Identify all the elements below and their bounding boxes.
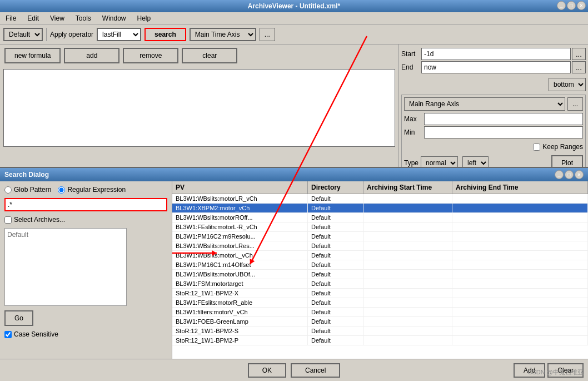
table-row[interactable]: BL3W1:FEslits:motorR_able Default (172, 298, 588, 308)
table-row[interactable]: StoR:12_1W1-BPM2-P Default (172, 336, 588, 345)
max-input[interactable] (424, 113, 583, 125)
table-row[interactable]: BL3W1:FOEB-GreenLamp Default (172, 317, 588, 326)
table-row[interactable]: BL3W1:WBslits:motorLRes... Default (172, 241, 588, 251)
menu-window[interactable]: Window (99, 13, 129, 23)
end-label: End (401, 63, 421, 71)
start-dots-button[interactable]: ... (572, 48, 586, 60)
table-row[interactable]: BL3W1:PM16C2:m9Resolu... Default (172, 232, 588, 241)
range-header: Main Range Axis ... (404, 97, 583, 111)
regular-expression-label: Regular Expression (58, 186, 126, 194)
cancel-button[interactable]: Cancel (291, 363, 340, 378)
end-cell (452, 326, 588, 335)
range-dots-button[interactable]: ... (567, 97, 583, 111)
end-cell (452, 204, 588, 212)
pv-cell: StoR:12_1W1-BPM2-P (172, 336, 308, 345)
titlebar-controls: _ □ × (557, 1, 586, 10)
pv-cell: BL3W1:filters:motorV_vCh (172, 308, 308, 316)
max-row: Max (404, 113, 583, 125)
dialog-content: Glob Pattern Regular Expression Select A… (0, 181, 588, 359)
menubar: File Edit View Tools Window Help (0, 12, 588, 24)
table-row[interactable]: BL3W1:WBslits:motorL_vCh Default (172, 251, 588, 260)
go-button[interactable]: Go (4, 310, 33, 326)
pv-cell: BL3W1:WBslits:motorLR_vCh (172, 194, 308, 203)
start-cell (363, 241, 452, 250)
close-btn[interactable]: × (577, 1, 586, 10)
pv-cell: BL3W1:PM16C1:m14Offset (172, 260, 308, 269)
results-header: PV Directory Archiving Start Time Archiv… (172, 181, 588, 194)
action-buttons-row: new formula add remove clear (0, 44, 398, 67)
minimize-btn[interactable]: _ (557, 1, 566, 10)
end-cell (452, 194, 588, 203)
default-select[interactable]: Default (3, 28, 43, 41)
pattern-input[interactable] (4, 198, 167, 211)
end-cell (452, 317, 588, 326)
keep-ranges-checkbox[interactable] (533, 144, 540, 151)
table-row[interactable]: BL3W1:filters:motorV_vCh Default (172, 308, 588, 317)
dir-cell: Default (308, 232, 363, 241)
menu-file[interactable]: File (2, 13, 19, 23)
glob-pattern-radio[interactable] (4, 186, 12, 194)
start-cell (363, 260, 452, 269)
search-results-panel: PV Directory Archiving Start Time Archiv… (172, 181, 588, 359)
table-row[interactable]: BL3W1:XBPM2:motor_vCh Default (172, 204, 588, 213)
dir-cell: Default (308, 326, 363, 335)
dialog-minimize-btn[interactable]: _ (555, 170, 564, 179)
time-axis-select[interactable]: Main Time Axis (190, 28, 256, 41)
new-formula-button[interactable]: new formula (4, 48, 61, 63)
table-row[interactable]: StoR:12_1W1-BPM2-S Default (172, 326, 588, 336)
start-cell (363, 326, 452, 335)
range-axis-select[interactable]: Main Range Axis (404, 97, 565, 111)
table-row[interactable]: BL3W1:WBslits:motorLR_vCh Default (172, 194, 588, 204)
search-left-panel: Glob Pattern Regular Expression Select A… (0, 181, 172, 359)
bottom-select[interactable]: bottom (549, 78, 586, 91)
operator-select[interactable]: lastFill (97, 28, 141, 41)
time-axis-dots-button[interactable]: ... (260, 28, 275, 41)
table-row[interactable]: BL3W1:WBslits:motorROff... Default (172, 213, 588, 222)
end-dots-button[interactable]: ... (572, 61, 586, 73)
add-button[interactable]: add (64, 48, 119, 63)
end-cell (452, 213, 588, 222)
start-cell (363, 194, 452, 203)
table-row[interactable]: BL3W1:PM16C1:m14Offset Default (172, 260, 588, 270)
case-sensitive-checkbox[interactable] (4, 331, 12, 338)
type-label: Type (404, 159, 418, 167)
dir-cell: Default (308, 260, 363, 269)
menu-edit[interactable]: Edit (24, 13, 42, 23)
end-cell (452, 270, 588, 279)
menu-help[interactable]: Help (134, 13, 155, 23)
select-archives-checkbox[interactable] (4, 216, 12, 224)
dir-cell: Default (308, 279, 363, 288)
pv-cell: BL3W1:FOEB-GreenLamp (172, 317, 308, 326)
results-body: BL3W1:WBslits:motorLR_vCh Default BL3W1:… (172, 194, 588, 359)
dir-cell: Default (308, 308, 363, 316)
dialog-center-buttons: OK Cancel (248, 363, 341, 378)
min-label: Min (404, 128, 424, 136)
min-input[interactable] (424, 126, 583, 138)
pv-cell: BL3W1:WBslits:motorROff... (172, 213, 308, 222)
maximize-btn[interactable]: □ (567, 1, 576, 10)
pv-cell: BL3W1:WBslits:motorLRes... (172, 241, 308, 250)
dir-cell: Default (308, 251, 363, 260)
start-input[interactable] (421, 48, 571, 60)
table-row[interactable]: BL3W1:FEslits:motorL-R_vCh Default (172, 222, 588, 232)
table-row[interactable]: StoR:12_1W1-BPM2-X Default (172, 289, 588, 298)
dialog-restore-btn[interactable]: □ (565, 170, 574, 179)
end-cell (452, 298, 588, 307)
clear-button[interactable]: clear (182, 48, 237, 63)
end-input[interactable] (421, 61, 571, 73)
search-button[interactable]: search (144, 28, 186, 41)
table-row[interactable]: BL3W1:WBslits:motorUBOf... Default (172, 270, 588, 279)
menu-view[interactable]: View (47, 13, 68, 23)
ok-button[interactable]: OK (248, 363, 286, 378)
dir-cell: Default (308, 213, 363, 222)
case-sensitive-row: Case Sensitive (4, 330, 167, 338)
dialog-close-btn[interactable]: × (575, 170, 584, 179)
remove-button[interactable]: remove (123, 48, 178, 63)
table-row[interactable]: BL3W1:FSM:motortarget Default (172, 279, 588, 289)
regular-expression-radio[interactable] (58, 186, 65, 194)
menu-tools[interactable]: Tools (72, 13, 94, 23)
dir-cell: Default (308, 336, 363, 345)
plot-canvas (3, 69, 395, 147)
dir-cell: Default (308, 222, 363, 231)
start-cell (363, 298, 452, 307)
